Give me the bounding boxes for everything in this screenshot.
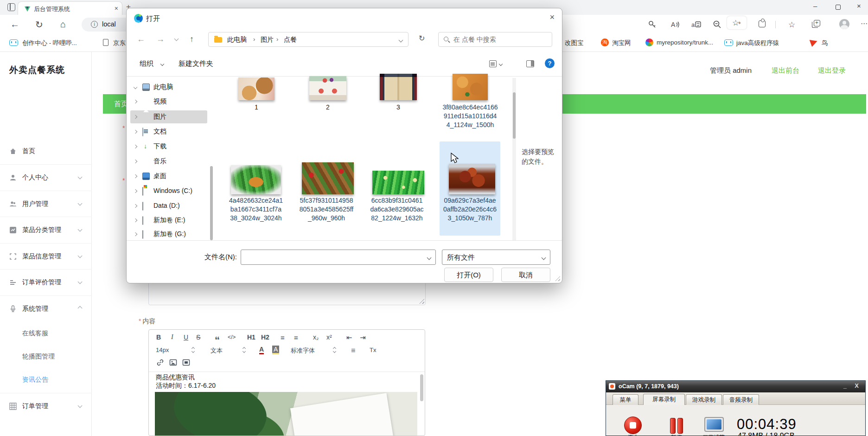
chevron-collapsed-icon[interactable] [134, 145, 137, 148]
sidebar-subitem-carousel[interactable]: 轮播图管理 [22, 353, 55, 361]
clear-format-button[interactable]: Tx [370, 346, 376, 353]
filename-input[interactable] [245, 252, 421, 263]
window-minimize-button[interactable]: – [813, 2, 817, 10]
file-thumbnail[interactable] [449, 164, 495, 194]
exit-front-link[interactable]: 退出前台 [772, 66, 799, 75]
superscript-button[interactable]: x² [326, 333, 332, 341]
add-favorite-pill[interactable]: ☆ + [727, 16, 747, 29]
tree-item-pictures-selected[interactable]: 图片 [130, 110, 207, 123]
view-chevron-icon[interactable] [499, 63, 502, 65]
font-family-select[interactable]: 标准字体 [291, 346, 315, 355]
ocam-capture-area-icon[interactable] [704, 417, 724, 432]
ocam-pause-button[interactable] [670, 418, 684, 433]
new-folder-button[interactable]: 新建文件夹 [179, 59, 213, 68]
dialog-close-icon[interactable]: × [549, 13, 555, 22]
tab-close-icon[interactable]: × [115, 5, 118, 12]
filename-combobox[interactable] [241, 250, 436, 265]
chevron-collapsed-icon[interactable] [134, 175, 137, 178]
insert-video-icon[interactable] [182, 359, 190, 366]
breadcrumb-diancan[interactable]: 点餐 [284, 36, 297, 44]
filetype-select[interactable]: 所有文件 [442, 250, 550, 265]
sidebar-item-order-mgmt[interactable]: 订单管理 [0, 393, 92, 419]
sidebar-item-users[interactable]: 用户管理 [0, 191, 92, 217]
h1-button[interactable]: H1 [247, 333, 255, 341]
chevron-down-icon[interactable] [542, 256, 545, 259]
ocam-tab-menu[interactable]: 菜单 [613, 394, 638, 405]
browser-tab[interactable]: 后台管理系统 × [18, 1, 122, 15]
textarea-resize-grip[interactable] [419, 299, 424, 304]
favorites-bar-icon[interactable]: ☆ [788, 20, 795, 30]
format-stepper-icon[interactable] [243, 347, 247, 353]
sidebar-item-dish-category[interactable]: 菜品分类管理 [0, 217, 92, 243]
file-list-scrollbar[interactable] [512, 78, 516, 240]
file-thumbnail[interactable] [302, 162, 354, 194]
dialog-refresh-icon[interactable]: ↻ [419, 34, 425, 43]
password-key-icon[interactable] [647, 19, 657, 30]
ocam-tab-screen-record[interactable]: 屏幕录制 [643, 394, 685, 405]
breadcrumb-dropdown-icon[interactable] [399, 38, 402, 42]
blockquote-button[interactable]: “ [215, 334, 220, 346]
site-info-icon[interactable]: i [91, 21, 98, 28]
ocam-close-button[interactable]: X [855, 382, 859, 389]
extensions-icon[interactable] [759, 20, 766, 27]
ordered-list-button[interactable]: ≡ [281, 333, 285, 341]
chevron-down-icon[interactable] [428, 256, 431, 259]
more-menu-icon[interactable]: ⋯ [861, 19, 868, 28]
editor-scrollbar[interactable] [420, 374, 423, 401]
file-thumbnail[interactable] [231, 165, 281, 194]
font-size-select[interactable]: 14px [156, 346, 169, 353]
format-select[interactable]: 文本 [211, 346, 223, 355]
tree-item-desktop[interactable]: 桌面 [130, 170, 207, 183]
sidebar-item-system[interactable]: 系统管理 [0, 295, 92, 321]
scrollbar-thumb[interactable] [513, 92, 516, 139]
sidebar-subitem-online-service[interactable]: 在线客服 [22, 329, 48, 338]
dialog-resize-grip[interactable] [555, 276, 560, 281]
chevron-collapsed-icon[interactable] [134, 130, 137, 133]
ocam-stop-button[interactable] [624, 417, 642, 434]
ocam-minimize-button[interactable]: _ [843, 382, 847, 389]
tree-item-volume-g[interactable]: 新加卷 (G:) [130, 228, 207, 240]
underline-button[interactable]: U [184, 333, 188, 341]
tree-item-downloads[interactable]: 下载 [130, 140, 207, 153]
zoom-out-icon[interactable] [712, 19, 722, 30]
bg-color-button[interactable]: A [272, 346, 279, 354]
chevron-collapsed-icon[interactable] [134, 160, 137, 163]
sidebar-subitem-news-active[interactable]: 资讯公告 [22, 376, 48, 384]
dialog-search-box[interactable]: 在 点餐 中搜索 [438, 32, 552, 47]
file-thumbnail[interactable] [238, 77, 274, 100]
file-thumbnail[interactable] [372, 171, 424, 194]
chevron-collapsed-icon[interactable] [134, 205, 137, 207]
nav-up-icon[interactable]: ↑ [190, 34, 194, 44]
file-thumbnail[interactable] [453, 74, 488, 100]
tree-item-videos[interactable]: 视频 [130, 95, 207, 108]
sidebar-item-profile[interactable]: 个人中心 [0, 164, 92, 190]
tree-item-data-d[interactable]: Data (D:) [130, 199, 207, 212]
nav-forward-icon[interactable]: → [156, 34, 165, 44]
breadcrumb-this-pc[interactable]: 此电脑 [227, 36, 247, 44]
profile-avatar[interactable] [839, 19, 849, 29]
outdent-button[interactable]: ⇤ [346, 333, 352, 342]
breadcrumb-bar[interactable]: 此电脑 › 图片 › 点餐 [208, 32, 408, 47]
subscript-button[interactable]: x₂ [313, 333, 319, 341]
back-icon[interactable]: ← [10, 19, 19, 30]
tree-item-documents[interactable]: 文档 [130, 125, 207, 138]
read-aloud-icon[interactable]: A [670, 19, 680, 30]
indent-button[interactable]: ⇥ [360, 333, 366, 342]
change-view-icon[interactable] [489, 60, 497, 67]
sidebar-item-order-review[interactable]: 订单评价管理 [0, 269, 92, 295]
refresh-icon[interactable]: ↻ [35, 19, 43, 30]
nav-back-icon[interactable]: ← [137, 34, 145, 44]
bullet-list-button[interactable]: ≡ [294, 333, 298, 341]
window-maximize-button[interactable] [836, 5, 841, 10]
code-button[interactable]: </> [228, 334, 236, 340]
chevron-collapsed-icon[interactable] [134, 115, 137, 118]
insert-link-icon[interactable] [156, 359, 164, 366]
cancel-button[interactable]: 取消 [501, 268, 550, 282]
sidebar-item-dish-info[interactable]: 菜品信息管理 [0, 243, 92, 269]
collections-icon[interactable] [814, 20, 820, 26]
bold-button[interactable]: B [156, 333, 161, 341]
tree-item-windows-c[interactable]: Windows (C:) [130, 185, 207, 198]
tree-item-volume-e[interactable]: 新加卷 (E:) [130, 214, 207, 227]
ocam-tab-game-record[interactable]: 游戏录制 [686, 394, 722, 405]
size-stepper-icon[interactable] [192, 347, 196, 353]
